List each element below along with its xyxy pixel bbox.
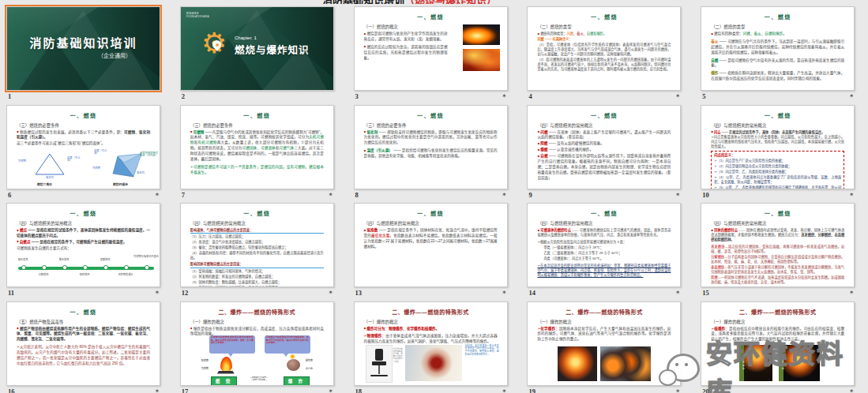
slide-cell-18: 二、爆炸——燃烧的特殊形式 （一）爆炸的概念 爆炸可分为：物理爆炸、化学爆炸和核…: [348, 295, 521, 393]
slide-cell-4: 一、燃烧 （二）燃烧的类型 燃烧有四种类型：闪燃、着火、自燃和爆炸。闪燃 —— …: [520, 0, 694, 99]
slide-header: 一、燃烧: [15, 209, 152, 217]
slide-body: 燃点 —— 是指在规定的试验条件下，液体或固体能发生持续燃烧的最低温度。一切液体…: [17, 228, 150, 252]
slide-cell-7: 一、燃烧 （三）燃烧的必要条件 可燃物 ——凡是能与空气中的氧或其他氧化剂起化学…: [174, 99, 348, 197]
slide-thumbnail-2[interactable]: 健康促进会 FOUNDATION ASIA ⚙ Chapter. 1 燃烧与爆炸…: [180, 6, 334, 91]
tetrahedron-label-heat: 温度（引火源）: [94, 150, 110, 156]
animation-star-icon[interactable]: ✶: [502, 387, 506, 393]
slide-thumbnail-19[interactable]: 二、爆炸——燃烧的特殊形式 （一）爆炸的概念 ➢化学爆炸：因物质本身起化学反应，…: [527, 301, 681, 386]
slide-number: 17: [182, 387, 189, 393]
slide-subheading: （五）燃烧产物及其毒性: [17, 319, 150, 325]
slide-body: 爆炸可分为：物理爆炸、化学爆炸和核爆炸。➢物理爆炸：由于液体变成蒸气或气体迅速膨…: [364, 327, 498, 346]
timeline-label: 氧化发热: [12, 259, 34, 262]
photo-injury-scene: [405, 345, 462, 381]
slide-thumbnail-5[interactable]: 一、燃烧 （二）燃烧的类型 燃烧有四种类型：闪燃、着火、自燃和爆炸。着火 —— …: [701, 6, 855, 91]
slide-thumbnail-7[interactable]: 一、燃烧 （三）燃烧的必要条件 可燃物 ——凡是能与空气中的氧或其他氧化剂起化学…: [180, 105, 334, 189]
slide-body: ➢化学爆炸：因物质本身起化学反应，产生大量气体和高温高压而发生的爆炸。如炸药的爆…: [537, 327, 671, 343]
slide-thumbnail-14[interactable]: 一、燃烧 （四）与燃烧相关的常用概念 可燃液体的燃烧特点 —— 可燃液体的燃烧实…: [527, 203, 681, 287]
slide-body: 固体的燃烧特点 —— 固体在燃烧时必须经过受热、蒸发、热分解，固体上方可燃气体浓…: [711, 228, 844, 284]
tetrahedron-label-fuel: 可燃物: [92, 167, 100, 170]
slide-thumbnail-10[interactable]: 一、燃烧 （四）与燃烧相关的常用概念 闪点 —— 在规定的试验条件下，液体（固体…: [701, 105, 855, 189]
slide-header: 一、燃烧: [363, 13, 499, 21]
explosive-graphic: [287, 359, 300, 371]
slide-header: 一、燃烧: [189, 209, 325, 217]
slide-subheading: （一）爆炸的概念: [711, 319, 844, 325]
spark-icon: ✸: [290, 353, 296, 361]
timeline-label: 可燃物与强氧化剂混合: [133, 256, 159, 259]
slide-thumbnail-11[interactable]: 一、燃烧 （四）与燃烧相关的常用概念 燃点 —— 是指在规定的试验条件下，液体或…: [6, 203, 160, 287]
slide-number: 16: [8, 387, 15, 393]
tetrahedron-caption: 燃烧四面体: [113, 182, 128, 186]
photo-flames: [463, 49, 500, 71]
photo-office-chair: [366, 345, 393, 383]
slide-body: 燃烧有四种类型：闪燃、着火、自燃和爆炸。闪燃 —— 有两种含义：（1）是指，可燃…: [537, 32, 671, 72]
slide-subheading: （四）与燃烧相关的常用概念: [17, 220, 150, 226]
slide-header: 二、爆炸——燃烧的特殊形式: [709, 308, 846, 316]
label-fuel: 可燃物: [201, 367, 209, 370]
slide-thumbnail-20[interactable]: 二、爆炸——燃烧的特殊形式 （一）爆炸的概念 ➢核爆炸：是指由核反应中释放出来的…: [701, 301, 855, 386]
fire-triangle-tetrahedron-diagram: 可燃物 温度（引火源） 氧化剂 燃烧三角形 温度（引火源） 可燃物 氧化剂 未受…: [17, 150, 150, 188]
slide-subheading: （四）与燃烧相关的常用概念: [711, 220, 844, 226]
chair-caption: 气压式升降椅内充有高压气体，质量不合格时存在爆炸伤人风险: [393, 348, 404, 363]
flame-graphic: [220, 357, 232, 372]
slide-subheading: （一）爆炸的概念: [537, 319, 671, 325]
slide-subheading: （二）燃烧的类型: [711, 24, 844, 30]
photo-nuclear-test: 核试验爆炸: [779, 345, 820, 381]
slide-header: 一、燃烧: [709, 13, 846, 21]
slide-subheading: （二）燃烧的类型: [537, 24, 671, 30]
chapter-label: Chapter. 1: [235, 36, 310, 40]
slide-thumbnail-13[interactable]: 一、燃烧 （四）与燃烧相关的常用概念 氧指数 —— 是指在规定条件下，固体材料在…: [354, 203, 508, 287]
slide-sorter-view: 消防基础知识培训（燃烧与爆炸知识） 消防基础知识培训 （企业通用） 1 健康促进…: [0, 0, 868, 393]
slide-subheading: （三）燃烧的必要条件: [17, 122, 150, 129]
slide-thumbnail-4[interactable]: 一、燃烧 （二）燃烧的类型 燃烧有四种类型：闪燃、着火、自燃和爆炸。闪燃 —— …: [527, 6, 681, 91]
slide-thumbnail-16[interactable]: 一、燃烧 （五）燃烧产物及其毒性 燃烧产物是指由燃烧或热解作用产生的全部物质。燃…: [6, 301, 160, 386]
slide-thumbnail-1[interactable]: 消防基础知识培训 （企业通用）: [6, 6, 160, 91]
slide-body: 影响液体、气体可燃物自燃点的主要因素：（1）压力：压力越高，自燃点越低；（2）氧…: [190, 228, 324, 287]
photo-label-strip: 原子弹爆炸: [739, 345, 744, 381]
animation-star-icon[interactable]: ✶: [849, 387, 854, 393]
gear-pin-icon: ⚙: [205, 34, 228, 58]
accident-note: 2009年，浙江省某市一名十多岁男孩坐在气压升降椅上玩耍，椅子突然爆炸，钢管刺入…: [465, 345, 499, 357]
slide-subheading: （三）燃烧的必要条件: [190, 122, 324, 129]
slide-thumbnail-17[interactable]: 二、爆炸——燃烧的特殊形式 （一）爆炸的概念 爆炸是指由于物质急剧氧化或分解反应…: [180, 301, 334, 386]
slide-thumbnail-12[interactable]: 一、燃烧 （四）与燃烧相关的常用概念 影响液体、气体可燃物自燃点的主要因素：（1…: [180, 203, 334, 287]
photo-smoke-explosion: [600, 346, 651, 381]
label-explosive: 爆炸物: [306, 359, 313, 362]
combustion-vs-explosion-diagram: 可燃物与助燃物形成的混合物达到爆炸极限，遇点火源发生剧烈燃烧，温度、压力骤增而引…: [190, 335, 324, 384]
slide-body: 闪点 —— 在规定的试验条件下，液体（固体）表面能产生闪燃的最低温度。➢闪点是衡…: [711, 130, 844, 150]
photo-fireball-explosion: [558, 346, 597, 381]
slide-grid: 消防基础知识培训 （企业通用） 1 健康促进会 FOUNDATION ASIA …: [0, 0, 868, 393]
slide-header: 一、燃烧: [363, 209, 499, 217]
slide-caption-row: 17 ✶: [180, 387, 334, 393]
label-ignition-source: 点火源: [306, 367, 313, 370]
combustion-box: 燃 烧: [211, 376, 238, 386]
triangle-label-heat: 温度（引火源）: [67, 157, 81, 163]
slide-header: 一、燃烧: [189, 111, 325, 119]
slide-body: 燃烧有四种类型：闪燃、着火、自燃和爆炸。着火 —— 可燃物在与空气共存的条件下，…: [711, 32, 844, 82]
animation-star-icon[interactable]: ✶: [329, 387, 333, 393]
slide-header: 二、爆炸——燃烧的特殊形式: [363, 308, 499, 316]
speech-bubble-combustion: 可燃物与助燃物形成的混合物达到爆炸极限，遇点火源发生剧烈燃烧，温度、压力骤增而引…: [209, 335, 255, 354]
animation-star-icon[interactable]: ✶: [675, 387, 680, 393]
arrow-label-bottom: ←爆炸引发燃烧—: [238, 379, 280, 382]
slide-cell-11: 一、燃烧 （四）与燃烧相关的常用概念 燃点 —— 是指在规定的试验条件下，液体或…: [0, 196, 174, 295]
slide-thumbnail-18[interactable]: 二、爆炸——燃烧的特殊形式 （一）爆炸的概念 爆炸可分为：物理爆炸、化学爆炸和核…: [354, 301, 508, 386]
slide-body: 氧指数 —— 是指在规定条件下，固体材料在氧、氮混合气流中，维持平稳燃烧所需的最…: [364, 228, 498, 250]
slide-caption-row: 16 ✶: [6, 387, 160, 393]
slide-cell-9: 一、燃烧 （四）与燃烧相关的常用概念 闪燃 —— 在液体（固体）表面上能产生足够…: [520, 99, 694, 197]
label-oxidizer: 助燃物: [201, 359, 209, 362]
slide-thumbnail-6[interactable]: 一、燃烧 （三）燃烧的必要条件 物质燃烧过程的发生和发展，必须具备以下三个必要条…: [6, 105, 160, 189]
slide-header: 一、燃烧: [535, 111, 672, 119]
slide-thumbnail-8[interactable]: 一、燃烧 （三）燃烧的必要条件 氧化剂 —— 帮助和支持可燃物燃烧的物质，即能与…: [354, 105, 508, 189]
slide-cell-20: 二、爆炸——燃烧的特殊形式 （一）爆炸的概念 ➢核爆炸：是指由核反应中释放出来的…: [694, 295, 868, 393]
slide-thumbnail-3[interactable]: 一、燃烧 （一）燃烧的概念 燃烧是指可燃物与氧化剂产生化学作用而发生的放热反应，…: [354, 6, 508, 91]
animation-star-icon[interactable]: ✶: [155, 387, 160, 393]
tetrahedron-label-oxidizer: 氧化剂: [137, 172, 145, 175]
slide-cell-3: 一、燃烧 （一）燃烧的概念 燃烧是指可燃物与氧化剂产生化学作用而发生的放热反应，…: [348, 0, 521, 99]
slide-cell-16: 一、燃烧 （五）燃烧产物及其毒性 燃烧产物是指由燃烧或热解作用产生的全部物质。燃…: [0, 295, 174, 393]
slide-number: 18: [355, 387, 363, 393]
slide-cell-15: 一、燃烧 （四）与燃烧相关的常用概念 固体的燃烧特点 —— 固体在燃烧时必须经过…: [694, 196, 868, 295]
cropped-title-red: （燃烧与爆炸知识）: [404, 0, 497, 4]
slide-thumbnail-15[interactable]: 一、燃烧 （四）与燃烧相关的常用概念 固体的燃烧特点 —— 固体在燃烧时必须经过…: [701, 203, 855, 287]
slide-subheading: （三）燃烧的必要条件: [364, 122, 498, 129]
slide-thumbnail-9[interactable]: 一、燃烧 （四）与燃烧相关的常用概念 闪燃 —— 在液体（固体）表面上能产生足够…: [527, 105, 681, 189]
